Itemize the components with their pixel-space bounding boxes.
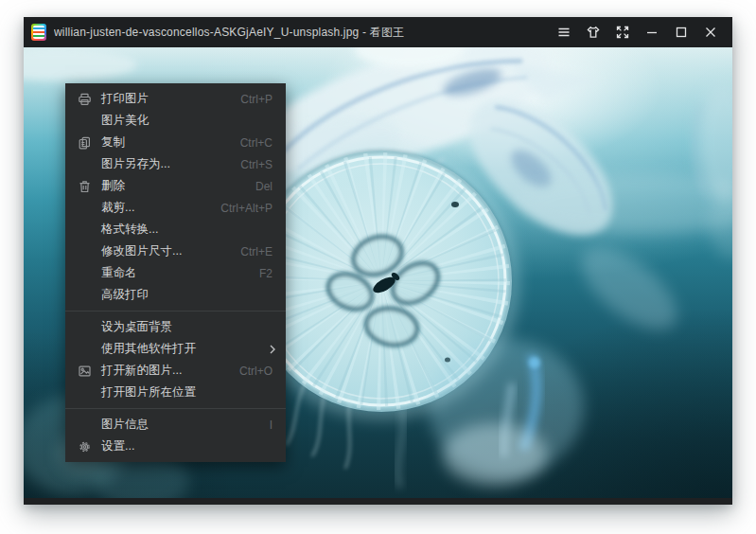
menu-item-label: 图片另存为... — [101, 156, 170, 172]
menu-item-shortcut: Ctrl+C — [229, 136, 273, 150]
tshirt-icon — [586, 25, 601, 40]
fullscreen-button[interactable] — [607, 17, 637, 47]
desktop-background: willian-justen-de-vasconcellos-ASKGjAeIY… — [0, 0, 756, 534]
hamburger-icon — [556, 25, 571, 40]
menu-item-label: 打开图片所在位置 — [101, 384, 196, 400]
menu-item-delete[interactable]: 删除 Del — [65, 175, 286, 197]
close-button[interactable] — [695, 17, 725, 47]
menu-item-resize-image[interactable]: 修改图片尺寸... Ctrl+E — [65, 240, 286, 262]
trash-icon — [78, 179, 92, 193]
gear-icon — [78, 439, 92, 454]
menu-item-beautify-image[interactable]: 图片美化 — [65, 110, 286, 132]
menu-item-label: 重命名 — [101, 265, 137, 281]
menu-item-shortcut: Ctrl+O — [228, 365, 273, 378]
menu-item-print-image[interactable]: 打印图片 Ctrl+P — [65, 88, 286, 110]
menu-item-shortcut: Del — [244, 180, 273, 193]
copy-icon — [78, 135, 92, 150]
menu-item-save-image-as[interactable]: 图片另存为... Ctrl+S — [65, 153, 286, 175]
menu-item-label: 高级打印 — [101, 287, 149, 303]
menu-item-label: 设为桌面背景 — [101, 319, 172, 335]
close-icon — [703, 25, 718, 40]
menu-item-label: 修改图片尺寸... — [101, 243, 182, 259]
window-controls — [549, 17, 725, 47]
menu-item-crop[interactable]: 裁剪... Ctrl+Alt+P — [65, 197, 286, 219]
menu-separator — [65, 408, 286, 409]
fullscreen-icon — [615, 25, 630, 40]
menu-item-shortcut: I — [258, 418, 273, 432]
minimize-button[interactable] — [637, 17, 666, 47]
window-title: willian-justen-de-vasconcellos-ASKGjAeIY… — [54, 25, 404, 41]
menu-item-label: 使用其他软件打开 — [101, 341, 196, 357]
menu-item-image-info[interactable]: 图片信息 I — [65, 414, 286, 436]
menu-item-shortcut: Ctrl+Alt+P — [209, 202, 273, 215]
menu-item-label: 设置... — [101, 438, 134, 454]
menu-item-open-image-location[interactable]: 打开图片所在位置 — [65, 382, 286, 403]
menu-item-shortcut: Ctrl+E — [229, 245, 273, 258]
menu-item-shortcut: Ctrl+S — [229, 158, 273, 171]
menu-item-label: 图片美化 — [101, 113, 149, 129]
menu-item-label: 格式转换... — [101, 222, 158, 238]
menu-item-open-new-image[interactable]: 打开新的图片... Ctrl+O — [65, 360, 286, 382]
menu-item-shortcut: F2 — [248, 267, 273, 280]
app-logo-icon — [31, 24, 46, 41]
minimize-icon — [644, 25, 659, 40]
image-icon — [78, 364, 92, 378]
menu-item-rename[interactable]: 重命名 F2 — [65, 262, 286, 284]
menu-item-shortcut: Ctrl+P — [229, 93, 273, 106]
menu-item-open-with-other-app[interactable]: 使用其他软件打开 — [65, 338, 286, 360]
menu-item-format-convert[interactable]: 格式转换... — [65, 219, 286, 240]
menu-item-label: 删除 — [101, 178, 125, 194]
menu-item-advanced-print[interactable]: 高级打印 — [65, 284, 286, 306]
menu-item-copy[interactable]: 复制 Ctrl+C — [65, 132, 286, 153]
menu-item-label: 打开新的图片... — [101, 363, 182, 379]
context-menu: 打印图片 Ctrl+P 图片美化 复制 Ctrl+C 图片另存为... Ctrl… — [65, 83, 286, 462]
submenu-chevron-icon — [270, 341, 275, 358]
menu-item-label: 图片信息 — [101, 417, 149, 433]
menu-item-label: 裁剪... — [101, 200, 134, 216]
menu-item-set-as-wallpaper[interactable]: 设为桌面背景 — [65, 316, 286, 338]
main-menu-button[interactable] — [549, 17, 578, 47]
skin-button[interactable] — [578, 17, 607, 47]
menu-item-settings[interactable]: 设置... — [65, 436, 286, 457]
menu-item-label: 打印图片 — [101, 91, 149, 107]
maximize-icon — [674, 25, 689, 40]
maximize-button[interactable] — [666, 17, 695, 47]
menu-separator — [65, 311, 286, 312]
window-bottom-edge — [24, 498, 732, 505]
printer-icon — [78, 92, 92, 106]
titlebar[interactable]: willian-justen-de-vasconcellos-ASKGjAeIY… — [24, 17, 732, 47]
menu-item-label: 复制 — [101, 134, 125, 151]
